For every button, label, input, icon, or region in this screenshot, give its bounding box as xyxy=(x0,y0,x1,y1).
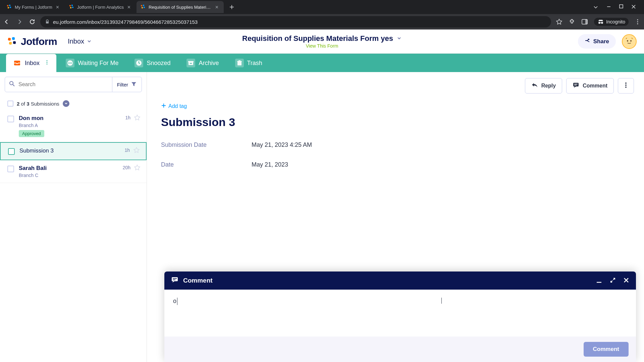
svg-point-30 xyxy=(47,62,48,63)
incognito-badge[interactable]: Incognito xyxy=(594,18,629,26)
view-form-link[interactable]: View This Form xyxy=(306,43,338,49)
minimize-icon[interactable] xyxy=(596,277,602,284)
field-row: Submission Date May 21, 2023 4:25 AM xyxy=(161,141,630,148)
close-window-icon[interactable] xyxy=(631,4,636,10)
star-icon[interactable] xyxy=(134,114,141,122)
submission-count: 2 of 3 Submissions xyxy=(0,97,147,110)
svg-rect-7 xyxy=(72,7,73,8)
trash-icon xyxy=(235,59,244,67)
jotform-favicon xyxy=(7,4,12,10)
menu-icon[interactable] xyxy=(635,19,641,25)
list-item[interactable]: Don mon Branch A Approved 1h xyxy=(0,110,147,142)
svg-point-49 xyxy=(625,86,627,88)
svg-rect-41 xyxy=(237,61,242,62)
svg-rect-53 xyxy=(597,282,601,283)
expand-icon[interactable] xyxy=(610,277,616,284)
browser-tab-2[interactable]: Jotform | Form Analytics ✕ xyxy=(65,1,136,13)
search-input[interactable] xyxy=(18,81,108,87)
close-icon[interactable] xyxy=(623,277,629,284)
star-icon[interactable] xyxy=(133,147,140,155)
avatar[interactable] xyxy=(622,34,637,49)
bookmark-icon[interactable] xyxy=(556,18,562,25)
comment-panel-actions xyxy=(596,277,629,284)
tab-inbox[interactable]: Inbox xyxy=(6,54,56,72)
chevron-down-icon[interactable] xyxy=(396,34,402,43)
svg-point-26 xyxy=(627,40,628,42)
svg-point-34 xyxy=(70,63,71,64)
svg-rect-15 xyxy=(585,19,587,24)
comment-footer: Comment xyxy=(164,337,636,362)
tab-archive[interactable]: Archive xyxy=(180,54,225,72)
comment-icon xyxy=(573,82,579,90)
form-title: Requisition of Supplies Materials Form y… xyxy=(242,34,393,43)
svg-rect-10 xyxy=(142,7,143,9)
sidepanel-icon[interactable] xyxy=(581,18,588,25)
back-icon[interactable] xyxy=(3,18,10,25)
approved-badge: Approved xyxy=(19,130,44,137)
new-tab-button[interactable] xyxy=(227,2,236,12)
list-item[interactable]: Submission 3 1h xyxy=(0,142,147,160)
search-row: Filter xyxy=(0,72,147,97)
browser-tab-1[interactable]: My Forms | Jotform ✕ xyxy=(3,1,64,13)
share-button[interactable]: Share xyxy=(578,34,616,49)
url-field[interactable]: eu.jotform.com/inbox/231393247798469/560… xyxy=(40,16,551,27)
kebab-icon[interactable] xyxy=(44,60,50,67)
minimize-icon[interactable] xyxy=(606,4,611,10)
star-icon[interactable] xyxy=(134,164,141,172)
tab-label: Snoozed xyxy=(147,60,170,67)
svg-rect-46 xyxy=(574,85,577,85)
close-icon[interactable]: ✕ xyxy=(55,4,60,10)
svg-point-31 xyxy=(47,63,48,64)
select-all-checkbox[interactable] xyxy=(7,101,13,107)
close-icon[interactable]: ✕ xyxy=(214,4,220,10)
maximize-icon[interactable] xyxy=(619,4,623,10)
item-checkbox[interactable] xyxy=(7,166,14,172)
comment-submit-button[interactable]: Comment xyxy=(584,342,629,357)
field-value: May 21, 2023 xyxy=(252,161,288,168)
close-icon[interactable]: ✕ xyxy=(126,4,132,10)
content-body: Add tag Submission 3 Submission Date May… xyxy=(147,100,644,182)
jotform-logo-icon xyxy=(7,37,17,47)
forward-icon[interactable] xyxy=(16,18,23,25)
extensions-icon[interactable] xyxy=(569,18,575,25)
inbox-selector[interactable]: Inbox xyxy=(68,38,92,45)
add-tag-label: Add tag xyxy=(168,103,187,109)
tab-snoozed[interactable]: Snoozed xyxy=(128,54,177,72)
tab-waiting[interactable]: Waiting For Me xyxy=(59,54,125,72)
tab-label: Trash xyxy=(247,60,262,67)
svg-rect-8 xyxy=(141,5,143,7)
reply-label: Reply xyxy=(541,83,556,89)
comment-button[interactable]: Comment xyxy=(566,78,614,94)
window-controls xyxy=(593,4,641,10)
item-time: 1h xyxy=(125,115,130,120)
more-button[interactable] xyxy=(618,78,634,94)
svg-point-35 xyxy=(71,63,72,64)
svg-point-27 xyxy=(630,40,632,42)
comment-textarea[interactable]: o xyxy=(173,298,627,324)
item-checkbox[interactable] xyxy=(7,116,14,122)
share-icon xyxy=(585,38,591,45)
filter-button[interactable]: Filter xyxy=(112,77,142,92)
reload-icon[interactable] xyxy=(29,18,36,25)
list-item[interactable]: Sarah Bali Branch C 20h xyxy=(0,160,147,183)
svg-point-33 xyxy=(68,63,69,64)
waiting-icon xyxy=(66,59,74,67)
item-time: 1h xyxy=(124,147,130,153)
svg-point-17 xyxy=(601,22,603,24)
logo[interactable]: Jotform xyxy=(7,36,57,47)
svg-point-25 xyxy=(624,37,634,47)
browser-tab-3[interactable]: Requisition of Supplies Materials ✕ xyxy=(137,1,224,13)
share-label: Share xyxy=(593,38,609,45)
add-tag-button[interactable]: Add tag xyxy=(161,103,630,110)
incognito-label: Incognito xyxy=(606,19,625,24)
item-checkbox[interactable] xyxy=(8,148,15,155)
comment-panel-header: Comment xyxy=(164,272,636,290)
tab-search-icon[interactable] xyxy=(593,4,598,10)
chevron-down-icon[interactable] xyxy=(63,100,69,107)
tab-trash[interactable]: Trash xyxy=(228,54,269,72)
reply-button[interactable]: Reply xyxy=(525,78,562,94)
svg-rect-4 xyxy=(69,5,71,7)
svg-rect-51 xyxy=(173,278,177,279)
item-name: Sarah Bali xyxy=(19,165,139,172)
kebab-icon xyxy=(623,82,629,89)
